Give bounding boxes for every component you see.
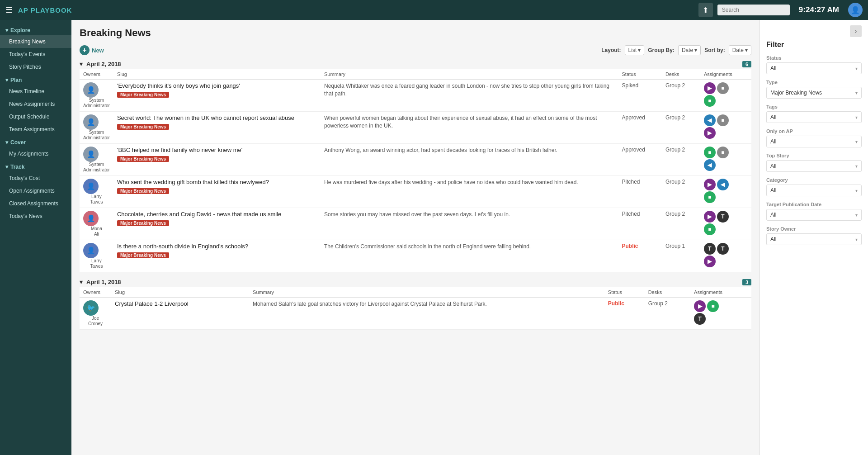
toolbar-controls: Layout: List ▾ Group By: Date ▾ Sort by:… xyxy=(601,45,751,55)
owner-cell: 🐦 JoeCroney xyxy=(80,298,111,330)
table-row[interactable]: 👤 SystemAdministrator Secret world: The … xyxy=(80,112,751,144)
hamburger-icon[interactable]: ☰ xyxy=(5,5,13,15)
user-avatar[interactable]: 👤 xyxy=(848,3,863,17)
action-row: TT xyxy=(704,243,748,255)
col-header: Desks xyxy=(645,287,690,298)
filter-select-4[interactable]: All xyxy=(766,160,862,172)
slug-cell[interactable]: Chocolate, cherries and Craig David - ne… xyxy=(113,208,321,240)
sidebar-item-news-assignments[interactable]: News Assignments xyxy=(0,98,71,110)
table-row[interactable]: 🐦 JoeCroney Crystal Palace 1-2 Liverpool… xyxy=(80,298,751,330)
col-header: Owners xyxy=(80,287,111,298)
date-divider xyxy=(125,64,739,64)
summary-cell: The Children's Commissioner said schools… xyxy=(321,240,618,272)
actions-cell: ▶T ■ xyxy=(700,208,751,240)
action-icon[interactable]: ▶ xyxy=(704,127,716,139)
sidebar-item-open-assignments[interactable]: Open Assignments xyxy=(0,185,71,197)
table-row[interactable]: 👤 MonaAli Chocolate, cherries and Craig … xyxy=(80,208,751,240)
table-row[interactable]: 👤 SystemAdministrator 'BBC helped me fin… xyxy=(80,144,751,176)
slug-cell[interactable]: Crystal Palace 1-2 Liverpool xyxy=(111,298,249,330)
date-header-0[interactable]: ▾ April 2, 2018 6 xyxy=(80,61,751,67)
owner-name: LarryTawes xyxy=(83,194,110,205)
sidebar-item-todays-cost[interactable]: Today's Cost xyxy=(0,172,71,185)
tag-badge: Major Breaking News xyxy=(117,156,169,162)
col-header: Summary xyxy=(321,69,618,80)
sidebar-item-breaking-news[interactable]: Breaking News xyxy=(0,35,71,48)
filter-select-1[interactable]: Major Breaking News xyxy=(766,87,862,99)
filter-value: All xyxy=(770,163,776,169)
date-header-1[interactable]: ▾ April 1, 2018 3 xyxy=(80,279,751,285)
date-count: 6 xyxy=(742,61,751,67)
action-icon[interactable]: ▶ xyxy=(704,82,716,94)
sidebar-section-track[interactable]: ▾ Track xyxy=(0,160,71,172)
action-icon[interactable]: T xyxy=(717,243,729,255)
action-icon[interactable]: ■ xyxy=(717,114,729,126)
sidebar-item-todays-events[interactable]: Today's Events xyxy=(0,48,71,61)
filter-value: All xyxy=(770,187,776,194)
owner-name: JoeCroney xyxy=(83,316,108,327)
desks-cell: Group 2 xyxy=(662,176,700,208)
action-icon[interactable]: T xyxy=(717,211,729,223)
action-icon[interactable]: ▶ xyxy=(704,256,716,267)
slug-cell[interactable]: Is there a north-south divide in England… xyxy=(113,240,321,272)
desks-cell: Group 2 xyxy=(645,298,690,330)
sidebar-section-plan[interactable]: ▾ Plan xyxy=(0,73,71,85)
date-group-0: ▾ April 2, 2018 6 OwnersSlugSummaryStatu… xyxy=(80,61,751,272)
action-icon[interactable]: ■ xyxy=(704,147,716,158)
sidebar-item-news-timeline[interactable]: News Timeline xyxy=(0,85,71,98)
sidebar-item-team-assignments[interactable]: Team Assignments xyxy=(0,123,71,136)
actions-cell: ■■ ◀ xyxy=(700,144,751,176)
action-icon[interactable]: ■ xyxy=(704,95,716,107)
filter-select-2[interactable]: All xyxy=(766,111,862,123)
filter-select-6[interactable]: All xyxy=(766,209,862,221)
owner-name: SystemAdministrator xyxy=(83,130,110,141)
slug-cell[interactable]: Who sent the wedding gift bomb that kill… xyxy=(113,176,321,208)
slug-cell[interactable]: 'Everybody thinks it's only boys who joi… xyxy=(113,80,321,112)
action-icon[interactable]: ■ xyxy=(707,300,719,312)
sidebar-section-explore[interactable]: ▾ Explore xyxy=(0,24,71,35)
action-icon[interactable]: ◀ xyxy=(717,179,729,190)
filter-select-5[interactable]: All xyxy=(766,185,862,196)
assignment-table-0: OwnersSlugSummaryStatusDesksAssignments … xyxy=(80,69,751,272)
new-button[interactable]: + New xyxy=(80,45,104,55)
action-icon[interactable]: ◀ xyxy=(704,114,716,126)
search-input[interactable] xyxy=(717,5,790,15)
sort-by-select[interactable]: Date ▾ xyxy=(729,45,751,55)
filter-collapse-button[interactable]: › xyxy=(850,25,862,37)
export-icon[interactable]: ⬆ xyxy=(698,3,713,17)
actions-cell: ▶◀ ■ xyxy=(700,176,751,208)
action-icon[interactable]: ■ xyxy=(717,147,729,158)
filter-panel: › Filter Status All Type Major Breaking … xyxy=(760,20,868,455)
sidebar-item-story-pitches[interactable]: Story Pitches xyxy=(0,61,71,73)
slug-cell[interactable]: Secret world: The women in the UK who ca… xyxy=(113,112,321,144)
tag-badge: Major Breaking News xyxy=(117,252,169,258)
action-icon[interactable]: ▶ xyxy=(704,211,716,223)
chevron-down-icon: ▾ xyxy=(5,164,8,170)
filter-select-0[interactable]: All xyxy=(766,62,862,74)
group-by-select[interactable]: Date ▾ xyxy=(678,45,701,55)
filter-group-2: Tags All xyxy=(766,104,862,123)
slug-cell[interactable]: 'BBC helped me find family who never kne… xyxy=(113,144,321,176)
action-icon[interactable]: ■ xyxy=(704,223,716,235)
action-icon[interactable]: T xyxy=(704,243,716,255)
filter-group-5: Category All xyxy=(766,177,862,196)
filter-select-7[interactable]: All xyxy=(766,233,862,245)
action-icon[interactable]: ■ xyxy=(717,82,729,94)
action-icon[interactable]: ■ xyxy=(704,191,716,203)
date-groups-container: ▾ April 2, 2018 6 OwnersSlugSummaryStatu… xyxy=(80,61,751,330)
action-icon[interactable]: ◀ xyxy=(704,159,716,171)
sidebar-item-closed-assignments[interactable]: Closed Assignments xyxy=(0,197,71,210)
layout-select[interactable]: List ▾ xyxy=(625,45,645,55)
action-icon[interactable]: ▶ xyxy=(704,179,716,190)
table-row[interactable]: 👤 SystemAdministrator 'Everybody thinks … xyxy=(80,80,751,112)
sidebar-item-my-assignments[interactable]: My Assignments xyxy=(0,147,71,160)
action-row: ■ xyxy=(704,191,748,203)
filter-select-3[interactable]: All xyxy=(766,136,862,147)
table-row[interactable]: 👤 LarryTawes Is there a north-south divi… xyxy=(80,240,751,272)
action-icon[interactable]: ▶ xyxy=(694,300,706,312)
sidebar-section-cover[interactable]: ▾ Cover xyxy=(0,136,71,147)
sidebar-item-output-schedule[interactable]: Output Schedule xyxy=(0,110,71,123)
filter-title: Filter xyxy=(766,41,862,49)
action-icon[interactable]: T xyxy=(694,313,706,325)
table-row[interactable]: 👤 LarryTawes Who sent the wedding gift b… xyxy=(80,176,751,208)
sidebar-item-todays-news[interactable]: Today's News xyxy=(0,210,71,223)
